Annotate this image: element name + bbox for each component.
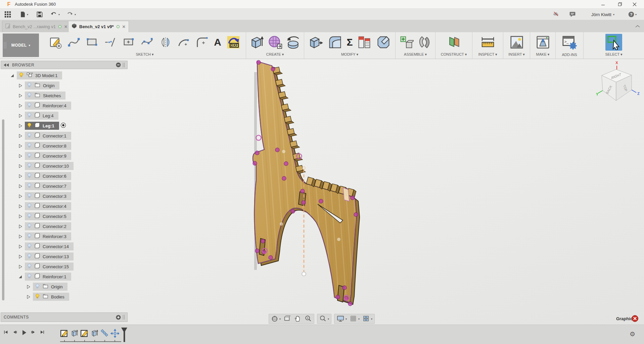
make-3d-print-icon[interactable] <box>535 35 551 50</box>
collapsed-triangle-icon[interactable] <box>18 194 23 198</box>
blue-visibility-bulb-icon[interactable] <box>27 182 32 190</box>
expanded-triangle-icon[interactable] <box>10 73 15 78</box>
ribbon-group-label[interactable]: CREATE ▾ <box>246 52 304 57</box>
minus-circle-icon[interactable] <box>116 62 121 67</box>
close-button[interactable] <box>627 0 642 8</box>
blue-visibility-bulb-icon[interactable] <box>27 223 32 230</box>
timeline-settings-gear-icon[interactable]: ⚙ <box>630 330 635 338</box>
fillet-icon[interactable] <box>328 35 342 50</box>
collapsed-triangle-icon[interactable] <box>18 83 23 88</box>
collapsed-triangle-icon[interactable] <box>26 284 31 289</box>
tree-item-bodies[interactable]: Bodies <box>1 292 128 302</box>
tree-item-connector-14[interactable]: Connector:14 <box>1 241 128 251</box>
sketch-text-icon[interactable]: A <box>214 37 221 48</box>
blue-visibility-bulb-icon[interactable] <box>35 283 40 291</box>
viewports-tool[interactable]: ▾ <box>363 315 372 323</box>
timeline-marker[interactable] <box>121 328 127 342</box>
save-button[interactable] <box>36 10 43 19</box>
blue-visibility-bulb-icon[interactable] <box>27 192 32 200</box>
sketch-slot-icon[interactable] <box>123 36 135 49</box>
minimize-button[interactable] <box>596 0 610 8</box>
go-to-end-button[interactable] <box>40 330 46 337</box>
step-forward-button[interactable] <box>31 330 37 337</box>
step-back-button[interactable] <box>12 330 18 337</box>
blue-visibility-bulb-icon[interactable] <box>27 92 32 100</box>
timeline-feature-extrude[interactable] <box>92 330 98 336</box>
ribbon-group-label[interactable]: ADD-INS <box>556 53 583 57</box>
sketch-line-icon[interactable] <box>104 36 117 49</box>
chamfer-icon[interactable] <box>376 35 391 50</box>
collapsed-triangle-icon[interactable] <box>18 154 23 158</box>
blue-visibility-bulb-icon[interactable] <box>27 172 32 180</box>
grid-settings-tool[interactable]: ▾ <box>350 315 360 323</box>
play-button[interactable] <box>21 330 28 337</box>
press-pull-icon[interactable] <box>309 35 323 50</box>
red-x-badge-icon[interactable] <box>631 315 639 322</box>
sketch-mirror-icon[interactable] <box>159 36 172 49</box>
undo-button[interactable]: ▾ <box>50 10 60 19</box>
insert-image-icon[interactable] <box>509 35 524 50</box>
tree-item-connector-7[interactable]: Connector:7 <box>1 181 128 191</box>
timeline-feature-joint[interactable] <box>101 330 108 336</box>
timeline-feature-sketch[interactable] <box>81 330 87 336</box>
sketch-rectangle-icon[interactable] <box>86 36 99 49</box>
blue-visibility-bulb-icon[interactable] <box>27 233 32 240</box>
tree-item-reinforcer-4[interactable]: Reinforcer:4 <box>1 101 128 111</box>
browser-scrollbar[interactable] <box>2 119 4 300</box>
timeline-strip[interactable] <box>59 327 131 344</box>
blue-visibility-bulb-icon[interactable] <box>27 102 32 110</box>
blue-visibility-bulb-icon[interactable] <box>27 243 32 250</box>
tree-item-connector-6[interactable]: Connector:6 <box>1 171 128 181</box>
yellow-visibility-bulb-icon[interactable] <box>27 122 32 130</box>
ribbon-group-label[interactable]: INSPECT ▾ <box>472 52 503 57</box>
notifications-icon[interactable] <box>569 10 576 19</box>
ribbon-group-label[interactable]: SKETCH ▾ <box>44 52 246 57</box>
collapsed-triangle-icon[interactable] <box>18 123 23 128</box>
collapsed-triangle-icon[interactable] <box>18 264 23 269</box>
graphics-warning[interactable]: Graphic <box>616 315 639 322</box>
browser-panel-header[interactable]: BROWSER <box>1 61 128 69</box>
sketch-fit-spline-icon[interactable] <box>141 36 153 49</box>
collapsed-triangle-icon[interactable] <box>18 224 23 229</box>
appearance-icon[interactable] <box>357 35 372 50</box>
file-menu-button[interactable]: ▾ <box>19 10 28 19</box>
panel-grip-icon[interactable] <box>123 63 125 67</box>
tree-item-reinforcer-3[interactable]: Reinforcer:3 <box>1 231 128 241</box>
tree-item-connector-9[interactable]: Connector:9 <box>1 151 128 161</box>
panel-grip-icon[interactable] <box>123 315 125 320</box>
orbit-tool[interactable]: ▾ <box>271 315 281 323</box>
fit-tool[interactable]: ▾ <box>319 315 329 323</box>
activate-component-radio-icon[interactable] <box>60 122 66 129</box>
sketch-arc-icon[interactable] <box>177 36 190 49</box>
restore-button[interactable] <box>612 0 627 8</box>
workspace-selector[interactable]: MODEL ▾ <box>3 34 39 57</box>
collapsed-triangle-icon[interactable] <box>18 113 23 118</box>
tree-item-origin[interactable]: Origin <box>1 282 128 292</box>
collapsed-triangle-icon[interactable] <box>18 133 23 138</box>
ribbon-group-label[interactable]: SELECT ▾ <box>584 52 644 57</box>
tree-item-connector-10[interactable]: Connector:10 <box>1 161 128 171</box>
joint-icon[interactable] <box>417 35 432 50</box>
blue-visibility-bulb-icon[interactable] <box>27 132 32 140</box>
collapse-ribbon-chevron-icon[interactable] <box>635 23 640 29</box>
collapsed-triangle-icon[interactable] <box>18 93 23 98</box>
tree-item-connector-4[interactable]: Connector:4 <box>1 201 128 211</box>
tree-item-reinforcer-1[interactable]: Reinforcer:1 <box>1 272 128 282</box>
collapsed-triangle-icon[interactable] <box>18 204 23 209</box>
scripts-addins-icon[interactable]: >_ <box>562 35 577 50</box>
sketch-fillet-icon[interactable] <box>196 36 209 49</box>
select-tool-icon[interactable] <box>605 34 622 51</box>
collapsed-triangle-icon[interactable] <box>18 174 23 178</box>
collapsed-triangle-icon[interactable] <box>18 164 23 168</box>
tree-item-connector-13[interactable]: Connector:13 <box>1 251 128 262</box>
go-to-start-button[interactable] <box>3 330 9 337</box>
ribbon-group-label[interactable]: CONSTRUCT ▾ <box>435 52 472 57</box>
tree-item-connector-2[interactable]: Connector:2 <box>1 221 128 231</box>
change-parameters-icon[interactable]: Σ <box>347 37 353 48</box>
collapsed-triangle-icon[interactable] <box>18 144 23 148</box>
expanded-triangle-icon[interactable] <box>18 274 23 279</box>
create-form-icon[interactable] <box>268 35 282 50</box>
collapsed-triangle-icon[interactable] <box>18 103 23 108</box>
blue-visibility-bulb-icon[interactable] <box>27 263 32 271</box>
tree-item-connector-1[interactable]: Connector:1 <box>1 131 128 141</box>
